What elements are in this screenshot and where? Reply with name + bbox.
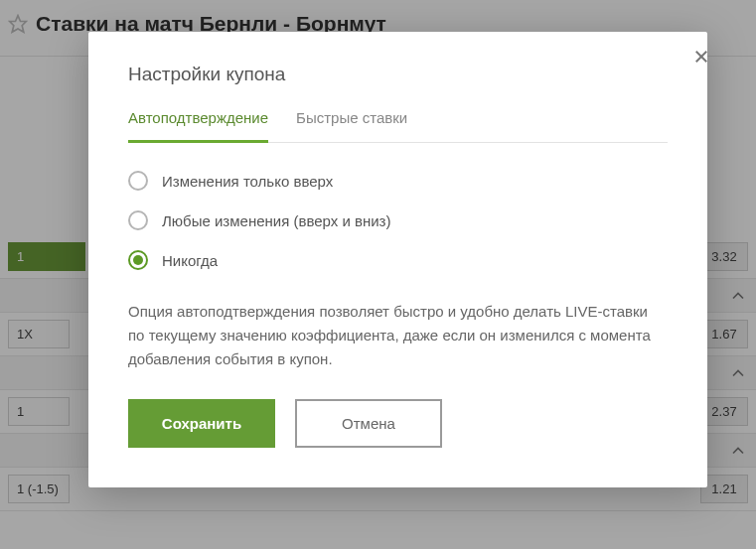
radio-group: Изменения только вверх Любые изменения (… [128, 171, 668, 270]
option-label: Никогда [162, 252, 218, 269]
tabs: Автоподтверждение Быстрые ставки [128, 109, 668, 143]
option-never[interactable]: Никогда [128, 250, 668, 270]
option-label: Любые изменения (вверх и вниз) [162, 212, 390, 229]
coupon-settings-modal: Настройки купона Автоподтверждение Быстр… [88, 32, 707, 487]
radio-icon [128, 210, 148, 230]
close-icon [692, 54, 710, 69]
modal-actions: Сохранить Отмена [128, 399, 668, 448]
tab-autoconfirm[interactable]: Автоподтверждение [128, 109, 268, 143]
cancel-button[interactable]: Отмена [295, 399, 442, 448]
close-button[interactable] [683, 40, 719, 75]
option-changes-any[interactable]: Любые изменения (вверх и вниз) [128, 210, 668, 230]
radio-icon [128, 250, 148, 270]
radio-icon [128, 171, 148, 191]
save-button[interactable]: Сохранить [128, 399, 275, 448]
description-text: Опция автоподтверждения позволяет быстро… [128, 300, 668, 371]
tab-quickbets[interactable]: Быстрые ставки [296, 109, 407, 142]
modal-title: Настройки купона [128, 64, 668, 85]
option-changes-up[interactable]: Изменения только вверх [128, 171, 668, 191]
option-label: Изменения только вверх [162, 173, 333, 190]
